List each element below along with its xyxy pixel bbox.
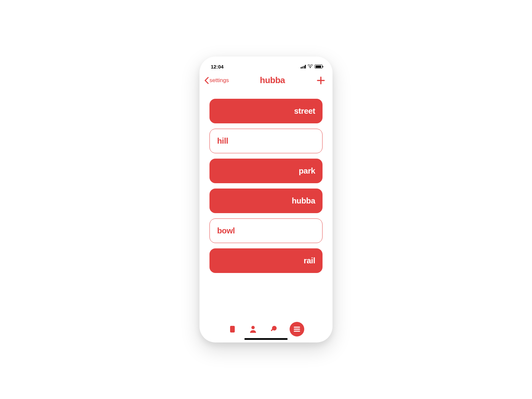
list-item[interactable]: hill xyxy=(209,129,323,153)
svg-rect-0 xyxy=(230,326,235,332)
add-button[interactable] xyxy=(316,75,326,85)
list-item-label: hubba xyxy=(292,196,316,205)
battery-icon xyxy=(315,65,323,68)
menu-icon xyxy=(293,325,301,333)
card-icon xyxy=(230,326,235,333)
list-item[interactable]: hubba xyxy=(209,189,323,213)
list-item[interactable]: rail xyxy=(209,248,323,273)
plus-icon xyxy=(317,76,325,85)
list-item[interactable]: street xyxy=(209,99,323,123)
list-item-label: street xyxy=(294,106,315,116)
wifi-icon xyxy=(308,65,313,68)
tab-menu[interactable] xyxy=(290,322,304,336)
list-item-label: rail xyxy=(304,256,315,265)
signal-icon xyxy=(301,65,306,68)
list-item[interactable]: bowl xyxy=(209,218,323,243)
category-list: street hill park hubba bowl rail xyxy=(200,89,332,317)
back-button[interactable]: settings xyxy=(204,77,229,84)
search-icon xyxy=(270,326,277,333)
phone-frame: 12:04 settings hubba street xyxy=(200,57,332,342)
tab-card[interactable] xyxy=(228,325,237,334)
user-icon xyxy=(250,326,256,333)
list-item-label: bowl xyxy=(217,226,235,235)
home-indicator xyxy=(244,338,288,340)
status-time: 12:04 xyxy=(211,64,223,69)
back-label: settings xyxy=(209,77,229,84)
tab-profile[interactable] xyxy=(248,325,258,334)
list-item[interactable]: park xyxy=(209,159,323,183)
status-icons xyxy=(301,65,323,68)
svg-point-1 xyxy=(251,326,255,329)
list-item-label: hill xyxy=(217,136,228,146)
tab-search[interactable] xyxy=(269,325,278,334)
chevron-left-icon xyxy=(204,77,209,84)
nav-header: settings hubba xyxy=(200,74,332,89)
page-title: hubba xyxy=(260,75,285,85)
list-item-label: park xyxy=(299,166,316,176)
status-bar: 12:04 xyxy=(200,59,332,74)
